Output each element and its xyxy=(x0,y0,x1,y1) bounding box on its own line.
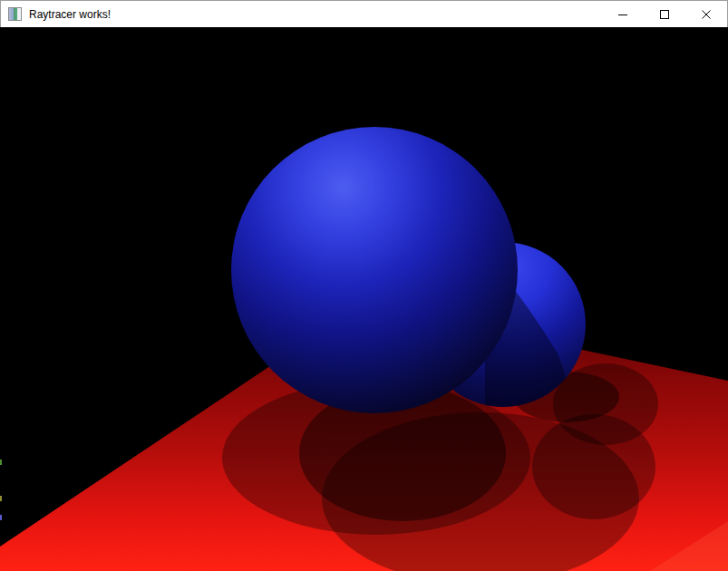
raytracer-scene xyxy=(0,27,728,571)
maximize-icon xyxy=(660,10,669,19)
minimize-button[interactable] xyxy=(602,1,644,27)
close-button[interactable] xyxy=(685,1,727,27)
app-window: Raytracer works! xyxy=(0,0,728,571)
window-controls xyxy=(602,1,727,27)
minimize-icon xyxy=(618,10,627,19)
render-viewport xyxy=(0,27,728,571)
sphere-large-blue xyxy=(231,127,518,413)
close-icon xyxy=(702,10,711,19)
app-icon[interactable] xyxy=(8,7,22,21)
window-title: Raytracer works! xyxy=(29,1,111,28)
titlebar[interactable]: Raytracer works! xyxy=(0,0,728,27)
maximize-button[interactable] xyxy=(644,1,685,27)
